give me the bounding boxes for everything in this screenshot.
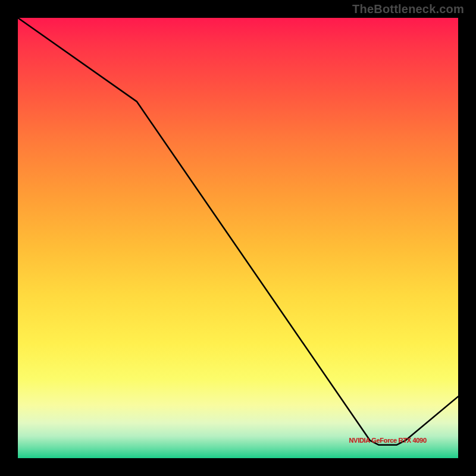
chart-container: TheBottleneck.com NVIDIA GeForce RTX 409… bbox=[0, 0, 476, 476]
watermark-text: TheBottleneck.com bbox=[352, 2, 464, 16]
line-series bbox=[18, 18, 458, 458]
plot-area: NVIDIA GeForce RTX 4090 bbox=[18, 18, 458, 458]
series-label: NVIDIA GeForce RTX 4090 bbox=[349, 437, 426, 444]
